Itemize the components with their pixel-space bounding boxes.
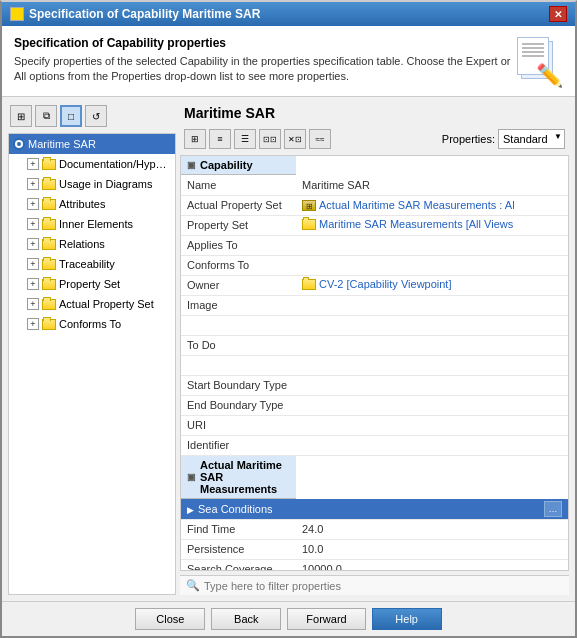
expand-usage[interactable]: + [27,178,39,190]
header-description: Specify properties of the selected Capab… [14,54,513,85]
prop-row-spacer1 [181,315,568,335]
left-toolbar-list-btn[interactable]: ⧉ [35,105,57,127]
prop-row-sea-conditions: ▶Sea Conditions … [181,499,568,520]
prop-value-owner: CV-2 [Capability Viewpoint] [296,275,568,295]
tree-label-actualpropset: Actual Property Set [59,298,154,310]
back-button[interactable]: Back [211,608,281,630]
filter-icon: 🔍 [186,579,200,592]
tree-item-conforms-to[interactable]: + Conforms To [9,314,175,334]
tree-item-attributes[interactable]: + Attributes [9,194,175,214]
expand-propset[interactable]: + [27,278,39,290]
props-tb-options[interactable]: ≈≈ [309,129,331,149]
tree-item-doc-hyperlinks[interactable]: + Documentation/Hyperlinks [9,154,175,174]
tree-item-maritime-sar[interactable]: Maritime SAR [9,134,175,154]
props-tb-filter1[interactable]: ⊡⊡ [259,129,281,149]
prop-label-actual-property-set: Actual Property Set [181,195,296,215]
props-tb-group[interactable]: ☰ [234,129,256,149]
prop-label-property-set: Property Set [181,215,296,235]
prop-row-uri: URI [181,415,568,435]
prop-label-end-boundary: End Boundary Type [181,395,296,415]
prop-label-image: Image [181,295,296,315]
section-measurements: ▣ Actual Maritime SAR Measurements [181,455,568,499]
property-set-link[interactable]: Maritime SAR Measurements [All Views [319,218,513,230]
section-label-capability: Capability [200,159,253,171]
props-tb-filter2[interactable]: ✕⊡ [284,129,306,149]
owner-folder-icon [302,279,316,290]
prop-label-conforms-to: Conforms To [181,255,296,275]
properties-label: Properties: [442,133,495,145]
prop-row-find-time: Find Time 24.0 [181,519,568,539]
prop-label-name: Name [181,175,296,195]
prop-row-property-set: Property Set Maritime SAR Measurements [… [181,215,568,235]
section-expand-capability[interactable]: ▣ [187,160,196,170]
folder-icon-doc [42,159,56,170]
left-toolbar-props-btn[interactable]: □ [60,105,82,127]
tree-item-relations[interactable]: + Relations [9,234,175,254]
left-toolbar-grid-btn[interactable]: ⊞ [10,105,32,127]
properties-dropdown-wrap: Standard Expert All [498,129,565,149]
props-toolbar: ⊞ ≡ ☰ ⊡⊡ ✕⊡ ≈≈ Properties: Standard Expe… [180,127,569,151]
expand-trace[interactable]: + [27,258,39,270]
actual-property-set-link[interactable]: Actual Maritime SAR Measurements : Al [319,199,515,211]
header-section: Specification of Capability properties S… [2,26,575,97]
close-window-button[interactable]: ✕ [549,6,567,22]
forward-button[interactable]: Forward [287,608,365,630]
title-bar: Specification of Capability Maritime SAR… [2,2,575,26]
tree-label-doc: Documentation/Hyperlinks [59,158,171,170]
prop-row-todo: To Do [181,335,568,355]
filter-input[interactable] [204,580,563,592]
close-button[interactable]: Close [135,608,205,630]
tree-item-traceability[interactable]: + Traceability [9,254,175,274]
tree-label-propset: Property Set [59,278,120,290]
section-expand-measurements[interactable]: ▣ [187,472,196,482]
prop-value-property-set: Maritime SAR Measurements [All Views [296,215,568,235]
tree-item-actual-property-set[interactable]: + Actual Property Set [9,294,175,314]
right-panel: Maritime SAR ⊞ ≡ ☰ ⊡⊡ ✕⊡ ≈≈ Properties: … [180,103,569,595]
props-tb-grid[interactable]: ⊞ [184,129,206,149]
bottom-bar: Close Back Forward Help [2,601,575,636]
left-panel: ⊞ ⧉ □ ↺ Maritime SAR + Documentation/Hyp… [8,103,176,595]
folder-icon-attr [42,199,56,210]
expand-actualpropset[interactable]: + [27,298,39,310]
sea-conditions-btn[interactable]: … [544,501,562,517]
folder-icon-conforms [42,319,56,330]
prop-value-identifier [296,435,568,455]
folder-icon-actualpropset [42,299,56,310]
prop-label-persistence: Persistence [181,539,296,559]
prop-value-actual-property-set: ⊞ Actual Maritime SAR Measurements : Al [296,195,568,215]
tree-container[interactable]: Maritime SAR + Documentation/Hyperlinks … [8,133,176,595]
prop-label-identifier: Identifier [181,435,296,455]
prop-label-applies-to: Applies To [181,235,296,255]
prop-value-applies-to [296,235,568,255]
left-toolbar-refresh-btn[interactable]: ↺ [85,105,107,127]
header-icon-area: ✏️ [513,36,563,86]
help-button[interactable]: Help [372,608,442,630]
prop-value-image [296,295,568,315]
expand-conforms[interactable]: + [27,318,39,330]
props-table-container[interactable]: ▣ Capability Name Maritime SAR Actual Pr… [180,155,569,571]
tree-item-inner-elements[interactable]: + Inner Elements [9,214,175,234]
expand-attr[interactable]: + [27,198,39,210]
prop-value-end-boundary [296,395,568,415]
prop-value-spacer1 [296,315,568,335]
prop-label-start-boundary: Start Boundary Type [181,375,296,395]
props-tb-sort[interactable]: ≡ [209,129,231,149]
prop-value-sea-conditions: … [296,499,568,520]
folder-icon-usage [42,179,56,190]
owner-link[interactable]: CV-2 [Capability Viewpoint] [319,278,451,290]
main-window: Specification of Capability Maritime SAR… [0,0,577,638]
folder-icon-propset-val [302,219,316,230]
expand-doc[interactable]: + [27,158,39,170]
expand-inner[interactable]: + [27,218,39,230]
sea-conditions-expand[interactable]: ▶ [187,505,194,515]
prop-row-persistence: Persistence 10.0 [181,539,568,559]
prop-label-todo: To Do [181,335,296,355]
properties-dropdown[interactable]: Standard Expert All [498,129,565,149]
tree-label-trace: Traceability [59,258,115,270]
prop-label-search-coverage: Search Coverage [181,559,296,571]
folder-icon-propset [42,279,56,290]
prop-value-find-time: 24.0 [296,519,568,539]
expand-relations[interactable]: + [27,238,39,250]
tree-item-property-set[interactable]: + Property Set [9,274,175,294]
tree-item-usage-diagrams[interactable]: + Usage in Diagrams [9,174,175,194]
